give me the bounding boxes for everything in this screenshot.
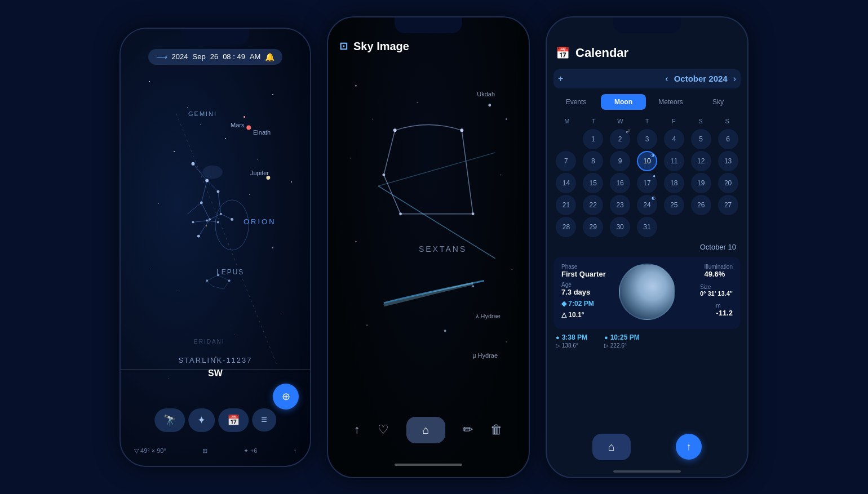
phone3-share-btn[interactable]: ↑ [676,434,702,460]
calendar-header: 📅 Calendar [553,46,741,60]
like-icon[interactable]: ♡ [378,422,389,437]
elnath-label: Elnath [253,129,271,136]
svg-point-41 [393,128,397,132]
cal-day-4[interactable]: 4 [664,129,684,149]
cal-day-20[interactable]: 20 [718,173,738,193]
cal-day-5[interactable]: 5 [691,129,711,149]
phones-container: GEMINI Mars Elnath Jupiter ORION LEPUS E… [0,0,868,494]
cal-day-10[interactable]: ◑ 10 [637,151,657,171]
moon-info-right: Illumination 49.6% Size 0° 31' 13.4" m -… [680,264,733,322]
cal-day-22[interactable]: 22 [583,195,603,215]
svg-point-50 [372,118,373,119]
svg-point-54 [511,269,512,270]
tab-events[interactable]: Events [553,94,599,110]
bell-icon[interactable]: 🔔 [265,52,274,61]
phone3-home-bar [613,470,681,473]
delete-icon[interactable]: 🗑 [490,422,503,437]
location-icon: ⊞ [202,447,207,455]
cal-day-28[interactable]: 28 [556,217,576,237]
mu-hydrae-label: μ Hydrae [472,352,498,359]
cal-day-29[interactable]: 29 [583,217,603,237]
cal-day-16[interactable]: 16 [610,173,630,193]
cal-day-7[interactable]: 7 [556,151,576,171]
cal-day-27[interactable]: 27 [718,195,738,215]
phone1-starmap: GEMINI Mars Elnath Jupiter ORION LEPUS E… [119,28,311,467]
search-btn[interactable]: 🔭 [154,408,185,432]
svg-point-45 [399,212,402,215]
cal-day-15[interactable]: 15 [583,173,603,193]
phone3-bottom-controls: ⌂ ↑ [592,434,702,460]
cal-day-26[interactable]: 26 [691,195,711,215]
cal-day-9[interactable]: 9 [610,151,630,171]
cal-day-19[interactable]: 19 [691,173,711,193]
cal-day-8[interactable]: 8 [583,151,603,171]
locate-fab[interactable]: ⊕ [273,384,299,410]
age-label: Age [561,282,614,288]
plus-icon[interactable]: + [558,74,563,84]
cal-day-23[interactable]: 23 [610,195,630,215]
cal-day-empty-end3 [718,217,738,237]
calendar-title: Calendar [575,46,628,60]
edit-icon[interactable]: ✏ [463,422,473,437]
cal-day-12[interactable]: 12 [691,151,711,171]
phone2-notch [395,17,462,33]
next-month-arrow[interactable]: › [733,74,736,84]
cal-day-6[interactable]: 6 [718,129,738,149]
cal-day-11[interactable]: 11 [664,151,684,171]
age-value: 7.3 days [561,288,614,296]
cal-day-18[interactable]: 18 [664,173,684,193]
cal-day-3[interactable]: 3 [637,129,657,149]
phone3-notch [613,17,681,33]
phase-label: Phase [561,264,614,270]
moon-info-panel: Phase First Quarter Age 7.3 days ◆ 7:02 … [553,257,741,329]
svg-point-52 [501,174,502,175]
cal-day-2[interactable]: ○ 2 [610,129,630,149]
rise-time: 3:38 PM [562,333,587,341]
svg-point-46 [488,104,491,106]
svg-point-44 [472,212,475,215]
cal-day-14[interactable]: 14 [556,173,576,193]
tab-moon[interactable]: Moon [601,94,646,110]
svg-point-56 [506,341,507,342]
size-value: 0° 31' 13.4" [700,290,733,297]
date-bar[interactable]: ⟶ 2024 Sep 26 08 : 49 AM 🔔 [148,49,283,65]
stars-btn[interactable]: ✦ [188,408,215,432]
phone3-home-btn[interactable]: ⌂ [592,434,631,460]
cal-day-31[interactable]: 31 [637,217,657,237]
size-row: Size 0° 31' 13.4" [700,284,733,297]
phone1-status-bar: ▽ 49° × 90° ⊞ ✦ +6 ↑ [121,447,310,455]
cal-day-empty [556,129,576,149]
cal-day-24[interactable]: ◐ 24 [637,195,657,215]
day: 26 [210,52,218,61]
magnitude-row: m -11.2 [716,302,733,317]
cal-day-1[interactable]: 1 [583,129,603,149]
direction-icon: ⟶ [156,52,167,61]
magnitude-value: -11.2 [716,309,733,317]
cal-day-13[interactable]: 13 [718,151,738,171]
selected-date-label: October 10 [553,241,741,253]
calendar-btn[interactable]: 📅 [218,408,249,432]
prev-month-arrow[interactable]: ‹ [665,74,668,84]
cal-day-17[interactable]: ● 17 [637,173,657,193]
svg-point-57 [350,157,351,158]
phone2-home-bar [395,464,462,466]
skyimage-icon: ⊡ [339,40,348,52]
phase-value: First Quarter [561,270,614,278]
phone2-home-btn[interactable]: ⌂ [406,417,445,443]
menu-btn[interactable]: ≡ [252,408,276,431]
svg-point-58 [417,101,418,103]
time: 08 : 49 [223,52,245,61]
tab-meteors[interactable]: Meteors [648,94,693,110]
cal-day-30[interactable]: 30 [610,217,630,237]
tab-sky[interactable]: Sky [696,94,741,110]
moon-info-left: Phase First Quarter Age 7.3 days ◆ 7:02 … [561,264,614,322]
share-icon[interactable]: ↑ [354,422,360,437]
sextans-label: SEXTANS [419,244,467,253]
age-row: Age 7.3 days [561,282,614,296]
cal-day-21[interactable]: 21 [556,195,576,215]
cal-day-25[interactable]: 25 [664,195,684,215]
calendar-grid: 1 ○ 2 3 4 5 6 7 8 9 ◑ 10 [553,129,741,237]
calendar-content: 📅 Calendar + ‹ October 2024 › Events Moo… [547,17,747,477]
svg-point-51 [506,118,507,120]
coords-label: ▽ 49° × 90° [134,447,166,455]
